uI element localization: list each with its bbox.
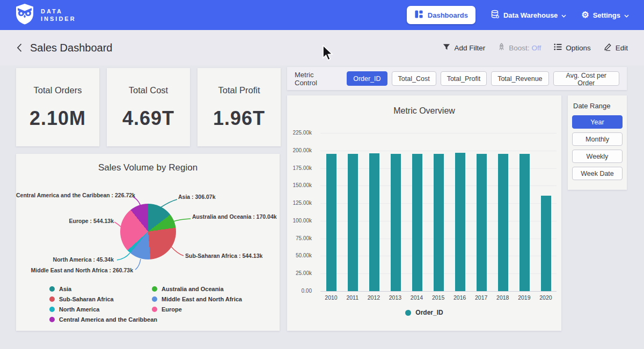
pie-legend-item-sub-saharan-africa[interactable]: Sub-Saharan Africa xyxy=(49,296,152,302)
nav-data-warehouse[interactable]: Data Warehouse xyxy=(491,10,566,20)
gear-icon: ⚙ xyxy=(581,11,589,19)
nav-dashboards-button[interactable]: Dashboards xyxy=(407,6,475,24)
kpi-value: 4.69T xyxy=(122,107,174,130)
pie-slice-label-middle-east-and-north-africa: Middle East and North Africa : 260.73k xyxy=(16,267,133,273)
pie-chart-card: Sales Volume by Region Asia Australia an… xyxy=(16,154,280,331)
y-axis-tick: 25.00k xyxy=(284,270,312,276)
top-navbar: DATAINSIDER Dashboards xyxy=(0,0,644,30)
x-axis-tick: 2015 xyxy=(432,294,444,301)
legend-dot xyxy=(405,310,411,316)
metric-option-total-revenue[interactable]: Total_Revenue xyxy=(491,71,548,86)
y-axis-tick: 125.00k xyxy=(284,200,312,206)
x-axis-tick: 2017 xyxy=(475,294,487,301)
page-header: Sales Dashboard Add Filter Boost: Off xyxy=(0,30,644,65)
pie-leader-line xyxy=(173,219,191,221)
bar-legend-label: Order_ID xyxy=(415,309,443,316)
bar-column-2013 xyxy=(385,133,406,291)
pie-slice-label-europe: Europe : 544.13k xyxy=(16,218,114,224)
y-axis-tick: 0.00 xyxy=(284,288,312,294)
pie-slice-label-australia-and-oceania: Australia and Oceania : 170.04k xyxy=(192,213,277,220)
metric-option-order-id[interactable]: Order_ID xyxy=(347,71,387,86)
date-range-weekly[interactable]: Weekly xyxy=(572,150,623,163)
nav-dashboards-label: Dashboards xyxy=(428,11,468,19)
kpi-row: Total Orders 2.10MTotal Cost 4.69TTotal … xyxy=(16,68,281,146)
bar-column-2016 xyxy=(449,133,471,291)
bar-column-2018 xyxy=(492,133,514,291)
legend-label: North America xyxy=(59,306,99,313)
bar-column-2010 xyxy=(320,133,342,291)
pie-chart[interactable] xyxy=(120,204,176,259)
funnel-icon xyxy=(443,43,450,52)
options-button[interactable]: Options xyxy=(554,43,591,52)
y-axis-tick: 200.00k xyxy=(284,147,312,153)
date-range-label: Date Range xyxy=(573,102,623,110)
bar-2012[interactable] xyxy=(369,153,379,292)
brand-logo[interactable]: DATAINSIDER xyxy=(15,3,76,27)
boost-toggle[interactable]: Boost: Off xyxy=(498,43,541,53)
bar-2015[interactable] xyxy=(434,154,444,291)
pie-legend-item-europe[interactable]: Europe xyxy=(152,306,242,313)
bar-2019[interactable] xyxy=(519,154,530,291)
legend-label: Central America and the Caribbean xyxy=(59,316,157,323)
date-range-week-date[interactable]: Week Date xyxy=(572,167,623,180)
y-axis-tick: 50.00k xyxy=(284,253,312,258)
kpi-label: Total Profit xyxy=(218,85,260,95)
add-filter-button[interactable]: Add Filter xyxy=(443,43,485,52)
back-button[interactable] xyxy=(16,43,23,53)
kpi-label: Total Cost xyxy=(129,85,168,95)
y-axis-tick: 100.00k xyxy=(284,218,312,224)
x-axis-tick: 2010 xyxy=(325,294,337,301)
x-axis-tick: 2012 xyxy=(368,294,380,301)
bar-2011[interactable] xyxy=(348,154,358,291)
pie-leader-line xyxy=(160,199,177,207)
pie-slice-label-central-america-and-the-caribbean: Central America and the Caribbean : 226.… xyxy=(16,192,130,198)
metric-option-total-cost[interactable]: Total_Cost xyxy=(392,71,436,86)
bar-2014[interactable] xyxy=(412,154,422,291)
metric-option-total-profit[interactable]: Total_Profit xyxy=(441,71,487,86)
kpi-value: 1.96T xyxy=(213,107,265,130)
nav-settings-label: Settings xyxy=(593,11,620,19)
kpi-label: Total Orders xyxy=(34,85,82,95)
header-actions: Add Filter Boost: Off Options xyxy=(443,43,628,53)
bar-column-2019 xyxy=(514,133,535,291)
bulleted-list-icon xyxy=(554,43,562,52)
pie-legend-item-north-america[interactable]: North America xyxy=(49,306,152,313)
boost-rocket-icon xyxy=(498,43,505,53)
date-range-buttons: YearMonthlyWeeklyWeek Date xyxy=(572,115,623,180)
bar-2018[interactable] xyxy=(498,154,508,291)
metric-option-avg-cost-per-order[interactable]: Avg. Cost per Order xyxy=(553,71,619,86)
nav-settings[interactable]: ⚙ Settings xyxy=(581,11,629,19)
pie-leader-line xyxy=(135,259,141,270)
edit-label: Edit xyxy=(616,44,628,52)
bar-chart-title: Metric Overview xyxy=(287,95,561,116)
legend-dot xyxy=(49,307,55,312)
bar-2016[interactable] xyxy=(455,153,465,291)
boost-label: Boost: xyxy=(509,44,529,52)
metric-control-bar: Metric Control Order_IDTotal_CostTotal_P… xyxy=(287,67,627,90)
pie-legend-item-australia-and-oceania[interactable]: Australia and Oceania xyxy=(152,286,242,292)
date-range-year[interactable]: Year xyxy=(572,115,623,129)
gridline xyxy=(320,291,557,292)
pie-chart-area: Asia Australia and Oceania Sub-Saharan A… xyxy=(16,154,280,331)
pie-legend-item-middle-east-and-north-africa[interactable]: Middle East and North Africa xyxy=(152,296,242,302)
pie-slice-label-sub-saharan-africa: Sub-Saharan Africa : 544.13k xyxy=(185,253,262,259)
date-range-monthly[interactable]: Monthly xyxy=(572,132,623,146)
legend-dot xyxy=(49,286,55,292)
bar-column-2014 xyxy=(406,133,428,291)
pie-legend-item-central-america-and-the-caribbean[interactable]: Central America and the Caribbean xyxy=(49,316,152,323)
legend-dot xyxy=(152,296,157,302)
kpi-card-total-orders: Total Orders 2.10M xyxy=(16,68,99,146)
legend-label: Australia and Oceania xyxy=(162,286,224,292)
nav-data-warehouse-label: Data Warehouse xyxy=(503,11,558,19)
y-axis-tick: 225.00k xyxy=(284,130,312,136)
bar-2010[interactable] xyxy=(326,154,336,291)
bar-2017[interactable] xyxy=(477,154,487,291)
pie-legend-item-asia[interactable]: Asia xyxy=(49,286,152,292)
legend-label: Asia xyxy=(59,286,71,292)
bar-legend[interactable]: Order_ID xyxy=(287,309,561,316)
bar-2013[interactable] xyxy=(391,154,401,291)
pencil-icon xyxy=(604,43,612,53)
date-range-panel: Date Range YearMonthlyWeeklyWeek Date xyxy=(568,95,627,190)
bar-2020[interactable] xyxy=(541,196,551,291)
edit-button[interactable]: Edit xyxy=(604,43,628,53)
